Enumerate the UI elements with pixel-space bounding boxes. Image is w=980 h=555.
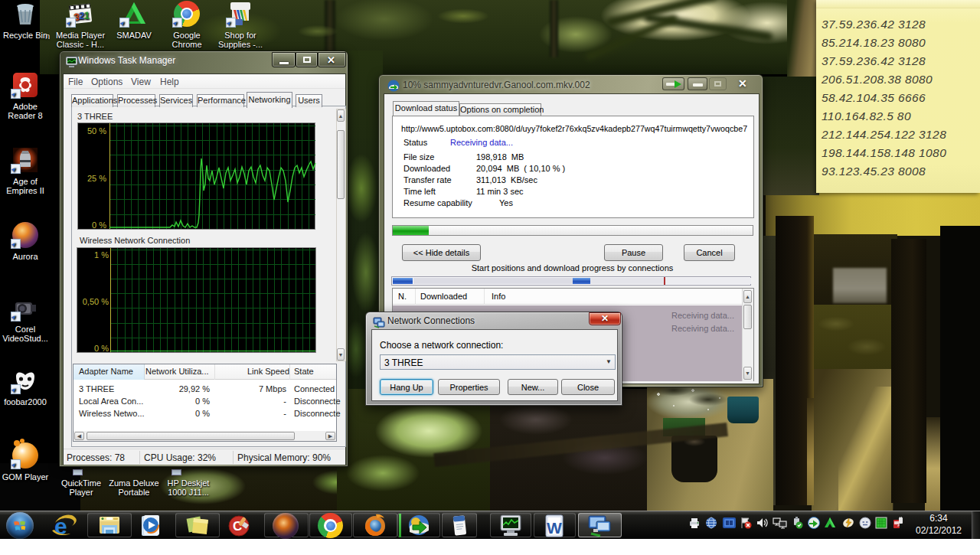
svg-text:W: W xyxy=(547,519,562,537)
svg-text:1: 1 xyxy=(83,9,90,21)
